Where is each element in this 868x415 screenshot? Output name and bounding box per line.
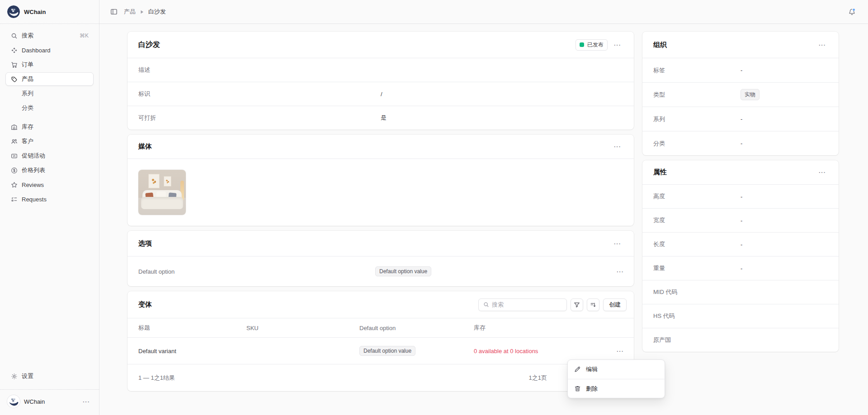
media-card: 媒体 <box>127 135 634 226</box>
attributes-row-length: 长度 - <box>642 232 839 256</box>
organization-row-collection: 系列 - <box>642 107 839 131</box>
option-row: Default option Default option value <box>127 256 634 286</box>
filter-icon[interactable] <box>571 298 583 311</box>
column-inventory: 库存 <box>474 324 612 332</box>
type-badge: 实物 <box>741 89 760 100</box>
search-shortcut: ⌘K <box>80 33 89 39</box>
variant-context-menu: 编辑 删除 <box>567 359 665 398</box>
sidebar-item-collections[interactable]: 系列 <box>5 87 94 100</box>
media-thumbnail[interactable] <box>138 170 186 215</box>
variants-card: 变体 创建 <box>127 291 634 391</box>
cart-icon <box>10 61 18 68</box>
app-root: WChain 搜索 ⌘K Dashboard 订单 产品 系列 <box>0 0 868 415</box>
sidebar-item-settings[interactable]: 设置 <box>5 369 94 383</box>
column-title: 标题 <box>138 324 246 332</box>
sidebar-item-reviews[interactable]: Reviews <box>5 178 94 191</box>
breadcrumb: 产品 白沙发 <box>124 8 166 16</box>
pencil-icon <box>574 366 581 373</box>
search-icon <box>483 302 489 308</box>
sidebar-header: WChain <box>0 0 99 24</box>
attributes-row-country-of-origin: 原产国 <box>642 328 839 352</box>
options-title: 选项 <box>138 239 152 248</box>
sort-icon[interactable] <box>587 298 599 311</box>
right-column: 组织 标签 - 类型 实物 系列 - <box>642 32 839 415</box>
sidebar-item-inventory[interactable]: 库存 <box>5 120 94 134</box>
price-list-icon <box>10 167 18 174</box>
sidebar-item-products[interactable]: 产品 <box>5 72 94 86</box>
variants-search-input[interactable] <box>478 298 567 311</box>
context-menu-delete[interactable]: 删除 <box>568 379 665 398</box>
product-menu-button[interactable] <box>612 41 623 49</box>
attributes-row-width: 宽度 - <box>642 208 839 232</box>
attributes-menu-button[interactable] <box>817 168 828 176</box>
gear-icon <box>10 373 18 380</box>
sidebar-item-requests[interactable]: Requests <box>5 192 94 206</box>
sidebar-item-promotions[interactable]: 促销活动 <box>5 149 94 163</box>
user-avatar <box>7 395 20 408</box>
users-icon <box>10 138 18 145</box>
table-row[interactable]: Default variant Default option value 0 a… <box>127 337 634 364</box>
notifications-bell-icon[interactable] <box>846 6 857 17</box>
left-column: 白沙发 已发布 描述 标识 <box>127 32 634 415</box>
organization-menu-button[interactable] <box>817 41 828 49</box>
sidebar-item-label: 分类 <box>22 104 33 112</box>
options-menu-button[interactable] <box>612 240 623 247</box>
user-menu-button[interactable] <box>81 398 92 406</box>
breadcrumb-products-link[interactable]: 产品 <box>124 8 136 16</box>
sidebar-footer[interactable]: WChain <box>0 389 99 415</box>
attributes-row-mid-code: MID 代码 <box>642 280 839 304</box>
checklist-icon <box>10 196 18 203</box>
option-value-badge: Default option value <box>375 266 431 276</box>
page-count: 1之1页 <box>529 374 547 382</box>
status-badge: 已发布 <box>576 39 608 51</box>
wchain-logo-icon <box>7 5 20 18</box>
sidebar-nav: 搜索 ⌘K Dashboard 订单 产品 系列 分类 <box>0 24 99 369</box>
variant-option-badge: Default option value <box>359 346 415 356</box>
variant-stock: 0 available at 0 locations <box>474 348 612 354</box>
sidebar-item-label: 系列 <box>22 89 33 98</box>
option-row-menu-button[interactable] <box>615 268 626 275</box>
thumb-wall-art <box>149 174 159 188</box>
product-card: 白沙发 已发布 描述 标识 <box>127 32 634 130</box>
sidebar-item-categories[interactable]: 分类 <box>5 101 94 115</box>
sidebar-bottom: 设置 <box>0 369 99 384</box>
sidebar: WChain 搜索 ⌘K Dashboard 订单 产品 系列 <box>0 0 99 415</box>
star-icon <box>10 181 18 188</box>
status-label: 已发布 <box>587 41 604 49</box>
footer-user-name: WChain <box>24 398 45 405</box>
trash-icon <box>574 385 581 392</box>
attributes-card: 属性 高度 - 宽度 - 长度 - <box>642 160 839 352</box>
organization-card: 组织 标签 - 类型 实物 系列 - <box>642 32 839 155</box>
results-count: 1 — 1之1结果 <box>138 374 175 382</box>
sidebar-item-label: Requests <box>22 196 47 203</box>
attributes-title: 属性 <box>653 168 667 177</box>
chevron-right-icon <box>140 10 144 14</box>
sidebar-item-label: 搜索 <box>22 32 33 40</box>
sidebar-item-search[interactable]: 搜索 ⌘K <box>5 29 94 42</box>
sidebar-toggle-icon[interactable] <box>108 6 119 17</box>
sidebar-item-price-lists[interactable]: 价格列表 <box>5 163 94 177</box>
sidebar-item-customers[interactable]: 客户 <box>5 135 94 148</box>
sidebar-item-label: Dashboard <box>22 47 51 54</box>
attributes-row-height: 高度 - <box>642 184 839 208</box>
status-dot-icon <box>580 42 584 47</box>
product-row-discountable: 可打折 是 <box>127 106 634 130</box>
sidebar-item-dashboard[interactable]: Dashboard <box>5 43 94 57</box>
context-menu-edit[interactable]: 编辑 <box>568 360 665 379</box>
variants-pagination: 1 — 1之1结果 1之1页 <box>127 364 634 391</box>
options-card: 选项 Default option Default option value <box>127 231 634 286</box>
variant-row-menu-button[interactable] <box>615 347 626 355</box>
product-title: 白沙发 <box>138 40 160 50</box>
content: 白沙发 已发布 描述 标识 <box>99 24 868 415</box>
main-area: 产品 白沙发 白沙发 <box>99 0 868 415</box>
sidebar-item-label: 库存 <box>22 123 33 131</box>
variant-title: Default variant <box>138 348 246 354</box>
warehouse-icon <box>10 123 18 131</box>
create-variant-button[interactable]: 创建 <box>603 298 627 311</box>
media-title: 媒体 <box>138 142 152 151</box>
sidebar-item-orders[interactable]: 订单 <box>5 58 94 71</box>
sidebar-item-label: 客户 <box>22 137 33 145</box>
search-icon <box>10 32 18 39</box>
sidebar-item-label: Reviews <box>22 182 44 188</box>
media-menu-button[interactable] <box>612 143 623 150</box>
